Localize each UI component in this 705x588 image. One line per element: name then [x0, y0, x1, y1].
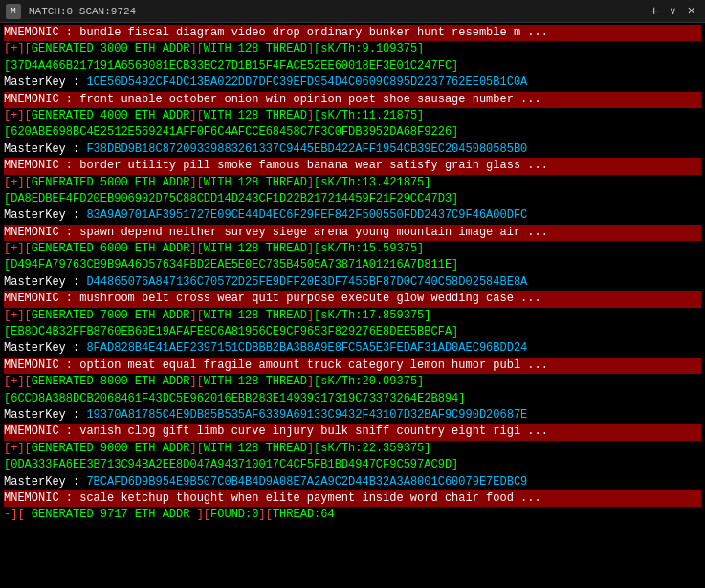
terminal-line-22: [6CCD8A388DCB2068461F43DC5E962016EBB283E…	[4, 391, 701, 407]
terminal-line-16: MNEMONIC : mushroom belt cross wear quit…	[4, 291, 701, 307]
dropdown-chevron[interactable]: ∨	[670, 5, 676, 17]
terminal-line-5: [+][GENERATED 4000 ETH ADDR][WITH 128 TH…	[4, 108, 701, 124]
terminal-line-11: MasterKey : 83A9A9701AF3951727E09CE44D4E…	[4, 207, 701, 224]
terminal-line-27: MasterKey : 7BCAFD6D9B954E9B507C0B4B4D9A…	[4, 474, 701, 490]
terminal-line-23: MasterKey : 19370A81785C4E9DB85B535AF633…	[4, 407, 701, 424]
terminal-line-2: [37D4A466B217191A6568081ECB33BC27D1B15F4…	[4, 58, 701, 75]
terminal-line-24: MNEMONIC : vanish clog gift limb curve i…	[4, 424, 701, 440]
title-bar: M MATCH:0 SCAN:9724 + ∨ ×	[0, 0, 705, 23]
terminal-content: MNEMONIC : bundle fiscal diagram video d…	[0, 23, 705, 588]
terminal-line-17: [+][GENERATED 7000 ETH ADDR][WITH 128 TH…	[4, 308, 701, 324]
terminal-line-4: MNEMONIC : front unable october onion wi…	[4, 92, 701, 108]
terminal-line-10: [DA8EDBEF4FD20EB906902D75C88CDD14D243CF1…	[4, 191, 701, 207]
terminal-line-19: MasterKey : 8FAD828B4E41AEF2397151CDBBB2…	[4, 340, 701, 357]
terminal-line-20: MNEMONIC : option meat equal fragile amo…	[4, 358, 701, 374]
terminal-line-14: [D494FA79763CB9B9A46D57634FBD2EAE5E0EC73…	[4, 257, 701, 273]
terminal-line-21: [+][GENERATED 8000 ETH ADDR][WITH 128 TH…	[4, 374, 701, 390]
new-tab-button[interactable]: +	[647, 4, 662, 19]
terminal-line-12: MNEMONIC : spawn depend neither survey s…	[4, 225, 701, 241]
terminal-line-6: [620ABE698BC4E2512E569241AFF0F6C4AFCCE68…	[4, 124, 701, 141]
terminal-line-0: MNEMONIC : bundle fiscal diagram video d…	[4, 25, 701, 41]
terminal-line-7: MasterKey : F38DBD9B18C87209339883261337…	[4, 142, 701, 158]
terminal-line-29: -][ GENERATED 9717 ETH ADDR ][FOUND:0][T…	[4, 507, 701, 523]
terminal-line-26: [0DA333FA6EE3B713C94BA2EE8D047A943710017…	[4, 457, 701, 473]
terminal-line-9: [+][GENERATED 5000 ETH ADDR][WITH 128 TH…	[4, 175, 701, 191]
terminal-line-8: MNEMONIC : border utility pill smoke fam…	[4, 158, 701, 174]
terminal-line-1: [+][GENERATED 3000 ETH ADDR][WITH 128 TH…	[4, 41, 701, 57]
close-button[interactable]: ×	[684, 4, 699, 19]
terminal-line-18: [EB8DC4B32FFB8760EB60E19AFAFE8C6A81956CE…	[4, 324, 701, 340]
terminal-line-15: MasterKey : D44865076A847136C70572D25FE9…	[4, 274, 701, 291]
terminal-line-13: [+][GENERATED 6000 ETH ADDR][WITH 128 TH…	[4, 241, 701, 257]
terminal-line-25: [+][GENERATED 9000 ETH ADDR][WITH 128 TH…	[4, 441, 701, 457]
terminal-line-3: MasterKey : 1CE56D5492CF4DC13BA022DD7DFC…	[4, 75, 701, 91]
terminal-line-28: MNEMONIC : scale ketchup thought when el…	[4, 490, 701, 507]
app-icon: M	[6, 4, 21, 19]
title-bar-title: MATCH:0 SCAN:9724	[29, 6, 639, 17]
